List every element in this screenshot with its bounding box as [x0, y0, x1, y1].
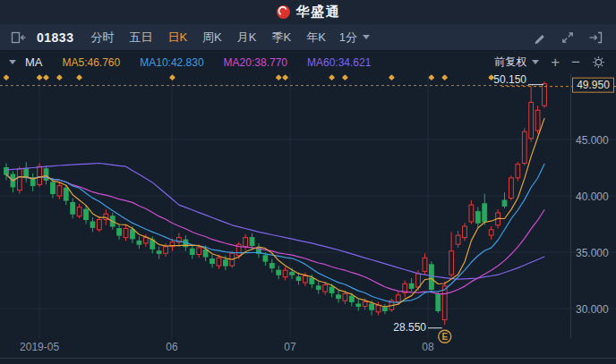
adjustment-label: 前复权 — [494, 55, 526, 70]
ma-indicator-value: MA20:38.770 — [224, 56, 287, 69]
x-axis-label: 08 — [422, 341, 434, 353]
kline-toolbar: 01833 分时五日日K周K月K季K年K 1分 — [0, 24, 616, 51]
interval-selector-label: 1分 — [339, 30, 357, 46]
current-price-label: 49.950 — [577, 79, 610, 91]
ma-indicator-value: MA10:42.830 — [140, 56, 203, 69]
exit-panel-icon[interactable] — [588, 30, 603, 45]
zoom-out-button[interactable]: − — [571, 55, 580, 70]
svg-text:E: E — [441, 332, 448, 342]
collapse-panel-icon[interactable] — [11, 30, 27, 45]
high-price-label: 50.150 — [493, 73, 526, 86]
ma-indicator-value: MA60:34.621 — [307, 56, 371, 69]
candlestick-chart[interactable]: 50.15028.550E45.00040.00035.00030.00049.… — [0, 73, 616, 358]
kline-period-tabs: 分时五日日K周K月K季K年K — [90, 30, 325, 46]
ma-values: MA5:46.760MA10:42.830MA20:38.770MA60:34.… — [63, 56, 372, 69]
x-axis-label: 07 — [284, 341, 296, 353]
tab-日K[interactable]: 日K — [167, 30, 187, 46]
indicator-dropdown-icon[interactable] — [9, 60, 16, 64]
fullscreen-icon[interactable] — [560, 30, 575, 45]
y-axis-label: 30.000 — [576, 303, 609, 316]
tab-分时[interactable]: 分时 — [90, 30, 114, 46]
x-axis-label: 06 — [166, 341, 178, 353]
top-bar: 华盛通 — [0, 0, 616, 24]
tab-周K[interactable]: 周K — [202, 30, 222, 46]
chevron-down-icon — [363, 35, 370, 39]
stock-code: 01833 — [37, 30, 73, 45]
app-title: 华盛通 — [296, 4, 341, 21]
tab-五日[interactable]: 五日 — [129, 30, 152, 46]
tab-季K[interactable]: 季K — [271, 30, 291, 46]
y-axis-label: 35.000 — [576, 247, 609, 259]
logo-icon — [276, 4, 291, 20]
ma-group-label[interactable]: MA — [25, 55, 43, 69]
y-axis-label: 40.000 — [576, 190, 609, 203]
interval-selector[interactable]: 1分 — [339, 30, 370, 46]
low-price-label: 28.550 — [393, 321, 426, 334]
y-axis-label: 45.000 — [576, 134, 609, 147]
tab-月K[interactable]: 月K — [237, 30, 257, 46]
edit-icon[interactable] — [533, 30, 547, 45]
ma-indicator-value: MA5:46.760 — [63, 56, 121, 69]
tab-年K[interactable]: 年K — [306, 30, 326, 46]
bottom-strip — [0, 358, 616, 364]
chevron-down-icon — [532, 60, 539, 64]
indicator-bar: MA MA5:46.760MA10:42.830MA20:38.770MA60:… — [0, 51, 616, 73]
zoom-in-button[interactable]: + — [551, 55, 560, 70]
x-axis-label: 2019-05 — [20, 341, 59, 353]
gear-icon[interactable] — [592, 55, 605, 69]
adjustment-selector[interactable]: 前复权 — [494, 55, 539, 70]
chart-area: MA MA5:46.760MA10:42.830MA20:38.770MA60:… — [0, 51, 616, 358]
